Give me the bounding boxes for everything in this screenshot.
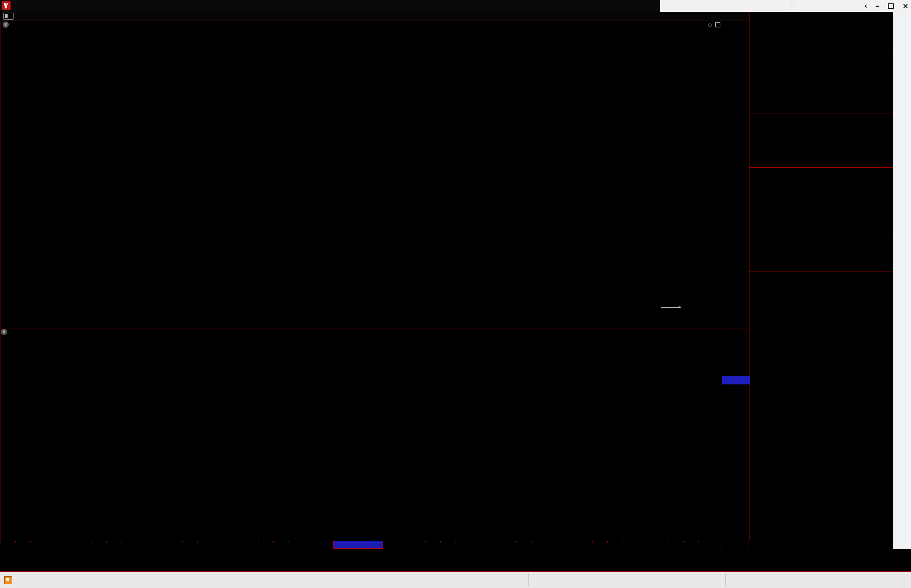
back-button[interactable]: ‹ — [864, 0, 867, 12]
low-price-arrow-icon — [661, 307, 681, 308]
top-menu-bar-right: ‹ – × — [660, 0, 911, 12]
quote-panel — [749, 12, 893, 549]
low-price-annotation — [660, 303, 681, 311]
quote-header — [749, 13, 893, 24]
pane-divider-line — [0, 328, 749, 328]
maximize-pane-icon[interactable] — [715, 22, 720, 27]
status-divider — [528, 574, 529, 586]
restore-button[interactable] — [888, 3, 894, 9]
chart-left-border — [0, 21, 0, 549]
collapse-pane-icon[interactable]: ∨ — [3, 21, 9, 28]
indicator-chart-canvas[interactable] — [0, 328, 749, 541]
panel-separator — [749, 167, 893, 168]
selected-date-label — [333, 541, 383, 549]
diamond-icon[interactable]: ◇ — [708, 21, 712, 28]
quote-price-row — [749, 28, 893, 45]
top-menu-bar: ‹ – × — [0, 0, 911, 12]
bottom-right-watermark — [906, 586, 911, 588]
market-status-icon[interactable] — [4, 576, 12, 584]
tdx-terminal-window: ‹ – × ∨ ◇ ∨ — [0, 0, 911, 588]
axis-divider-line — [721, 21, 721, 541]
panel-separator — [749, 233, 893, 233]
period-toolbar — [0, 12, 749, 21]
panel-separator — [749, 49, 893, 49]
indicator-tab-row — [0, 549, 911, 560]
status-bar — [0, 571, 911, 588]
collapse-indicator-icon[interactable]: ∨ — [1, 329, 7, 335]
rank-badge[interactable] — [563, 314, 572, 323]
main-chart-title-row: ∨ — [3, 21, 21, 29]
indicator-value-marker — [722, 376, 750, 384]
limit-up-badge[interactable] — [656, 314, 665, 323]
period-corner-label — [722, 541, 749, 549]
date-axis[interactable] — [0, 541, 749, 549]
indicator-title-row: ∨ — [1, 329, 21, 336]
window-controls: ‹ – × — [864, 0, 908, 12]
layout-toggle-icon[interactable] — [3, 13, 13, 20]
info-tab-row — [0, 560, 911, 571]
pane-corner-icons: ◇ — [708, 21, 720, 28]
clock — [790, 0, 799, 12]
finance-badge[interactable] — [628, 314, 638, 323]
panel-separator — [749, 113, 893, 113]
status-divider — [725, 574, 726, 586]
close-button[interactable]: × — [903, 0, 908, 12]
side-icon-strip — [893, 12, 911, 549]
main-chart-canvas[interactable] — [0, 21, 749, 328]
minimize-button[interactable]: – — [876, 0, 879, 12]
tdx-logo-icon — [2, 1, 11, 10]
panel-separator — [749, 271, 893, 271]
